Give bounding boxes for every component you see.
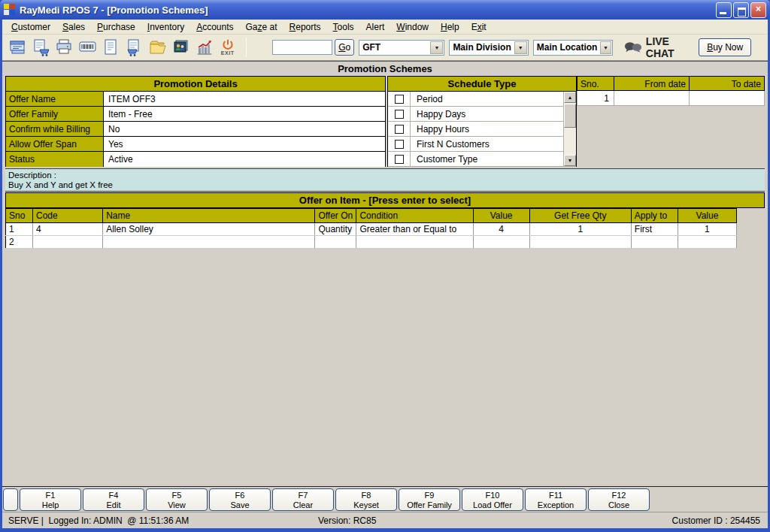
menu-item-sales[interactable]: Sales xyxy=(56,20,91,34)
offer-cell xyxy=(678,236,736,249)
menu-item-tools[interactable]: Tools xyxy=(327,20,360,34)
offer-cell: Quantity xyxy=(315,223,356,236)
menu-item-customer[interactable]: Customer xyxy=(5,20,56,34)
offer-cell xyxy=(631,236,678,249)
menu-item-help[interactable]: Help xyxy=(435,20,465,34)
schedule-scrollbar[interactable]: ▲ ▼ xyxy=(563,92,576,166)
field-value-confirm-while-billing[interactable]: No xyxy=(104,122,385,136)
chevron-down-icon[interactable]: ▼ xyxy=(514,41,527,54)
f1-help-button[interactable]: F1Help xyxy=(20,488,81,511)
f7-clear-button[interactable]: F7Clear xyxy=(272,488,334,511)
sales-cart-icon[interactable] xyxy=(30,36,52,59)
offer-col-get-free-qty: Get Free Qty xyxy=(529,209,631,223)
schedule-checkbox-period[interactable] xyxy=(395,95,404,104)
checkbox-cell xyxy=(388,122,411,136)
menu-item-inventory[interactable]: Inventory xyxy=(141,20,190,34)
schedule-checkbox-happy-days[interactable] xyxy=(395,110,404,119)
schedule-cell-sno[interactable]: 1 xyxy=(577,91,614,106)
field-value-offer-name[interactable]: ITEM OFF3 xyxy=(104,92,385,106)
f4-edit-button[interactable]: F4Edit xyxy=(83,488,144,511)
ledger-icon[interactable] xyxy=(100,36,122,59)
schedule-checkbox-customer-type[interactable] xyxy=(395,155,404,164)
offer-cell: Allen Solley xyxy=(103,223,315,236)
scrollbar-thumb[interactable] xyxy=(564,104,576,128)
exit-power-icon[interactable]: EXIT xyxy=(217,36,238,59)
status-bar: SERVE | Logged In: ADMIN @ 11:51:36 AM V… xyxy=(2,512,768,528)
go-button[interactable]: Go xyxy=(335,39,354,56)
offer-table-row[interactable]: 2 xyxy=(6,236,737,249)
printer-icon[interactable] xyxy=(53,36,75,59)
folder-icon[interactable] xyxy=(147,36,168,59)
description-block: Description : Buy X and Y and get X free xyxy=(5,168,765,192)
field-label: Offer Family xyxy=(6,107,104,121)
scroll-down-icon[interactable]: ▼ xyxy=(564,155,576,166)
f11-exception-button[interactable]: F11Exception xyxy=(525,488,587,511)
exit-label: EXIT xyxy=(221,50,235,56)
offer-col-apply-to: Apply to xyxy=(631,209,678,223)
menu-item-accounts[interactable]: Accounts xyxy=(190,20,239,34)
page-title: Promotion Schemes xyxy=(5,62,765,76)
f6-save-button[interactable]: F6Save xyxy=(209,488,271,511)
fkey-blank-button[interactable] xyxy=(3,488,18,511)
schedule-option-label: Happy Hours xyxy=(411,124,469,135)
field-label: Allow Offer Span xyxy=(6,137,104,151)
f5-view-button[interactable]: F5View xyxy=(146,488,208,511)
menu-item-window[interactable]: Window xyxy=(390,20,435,34)
restore-button[interactable] xyxy=(733,2,749,18)
checkbox-cell xyxy=(388,107,411,121)
scroll-up-icon[interactable]: ▲ xyxy=(564,92,576,103)
location-combobox[interactable]: Main Location ▼ xyxy=(533,40,613,56)
f10-load-offer-button[interactable]: F10Load Offer xyxy=(462,488,523,511)
division-combobox[interactable]: Main Division ▼ xyxy=(449,40,528,56)
billing-icon[interactable] xyxy=(7,36,29,59)
toolbar-separator xyxy=(246,38,247,57)
field-value-status[interactable]: Active xyxy=(104,152,385,167)
chart-icon[interactable] xyxy=(193,36,215,59)
search-input[interactable] xyxy=(272,40,332,55)
live-chat-button[interactable]: LIVE CHAT xyxy=(623,35,699,59)
schedule-cell-from-date[interactable] xyxy=(614,91,690,106)
offer-cell xyxy=(33,236,103,249)
minimize-button[interactable] xyxy=(716,2,732,18)
customers-icon[interactable] xyxy=(170,36,192,59)
schedule-type-panel: Schedule Type PeriodHappy DaysHappy Hour… xyxy=(387,76,577,167)
menu-item-alert[interactable]: Alert xyxy=(360,20,391,34)
field-value-offer-family[interactable]: Item - Free xyxy=(104,107,385,121)
scheme-group-combobox[interactable]: GFT ▼ xyxy=(359,40,444,56)
menu-item-gaze-at[interactable]: Gaze at xyxy=(240,20,283,34)
menu-item-purchase[interactable]: Purchase xyxy=(91,20,141,34)
field-value-allow-offer-span[interactable]: Yes xyxy=(104,137,385,151)
schedule-checkbox-first-n-customers[interactable] xyxy=(395,140,404,149)
chat-bubbles-icon xyxy=(623,41,642,54)
menu-item-exit[interactable]: Exit xyxy=(465,20,493,34)
chevron-down-icon[interactable]: ▼ xyxy=(600,41,611,54)
offer-on-item-header: Offer on Item - [Press enter to select] xyxy=(5,192,765,208)
f9-offer-family-button[interactable]: F9Offer Family xyxy=(399,488,460,511)
purchase-cart-icon[interactable] xyxy=(123,36,145,59)
offer-table-row[interactable]: 14Allen SolleyQuantityGreater than or Eq… xyxy=(6,223,737,236)
offer-cell xyxy=(473,236,529,249)
schedule-col-to-date: To date xyxy=(690,76,765,91)
offer-col-value: Value xyxy=(473,209,529,223)
offer-on-item-table: SnoCodeNameOffer OnConditionValueGet Fre… xyxy=(5,208,737,249)
schedule-cell-to-date[interactable] xyxy=(690,91,765,106)
f8-keyset-button[interactable]: F8Keyset xyxy=(335,488,397,511)
buy-now-button[interactable]: Buy Now xyxy=(699,38,751,56)
promotion-details-header: Promotion Details xyxy=(6,77,385,92)
offer-cell: First xyxy=(631,223,678,236)
main-content: Promotion Schemes Promotion Details Offe… xyxy=(2,61,768,486)
f12-close-button[interactable]: F12Close xyxy=(588,488,650,511)
detail-row: StatusActive xyxy=(6,152,385,167)
schedule-option-row: Period xyxy=(388,92,576,107)
chevron-down-icon[interactable]: ▼ xyxy=(430,41,443,54)
offer-cell: 4 xyxy=(473,223,529,236)
toolbar: EXIT Go GFT ▼ Main Division ▼ Main Locat… xyxy=(2,35,768,61)
barcode-icon[interactable] xyxy=(77,36,99,59)
field-label: Offer Name xyxy=(6,92,104,106)
schedule-option-label: First N Customers xyxy=(411,139,490,150)
schedule-checkbox-happy-hours[interactable] xyxy=(395,125,404,134)
menu-item-reports[interactable]: Reports xyxy=(283,20,327,34)
menu-bar: CustomerSalesPurchaseInventoryAccountsGa… xyxy=(2,20,768,35)
offer-cell: Greater than or Equal to xyxy=(356,223,473,236)
close-button[interactable]: × xyxy=(750,2,766,18)
